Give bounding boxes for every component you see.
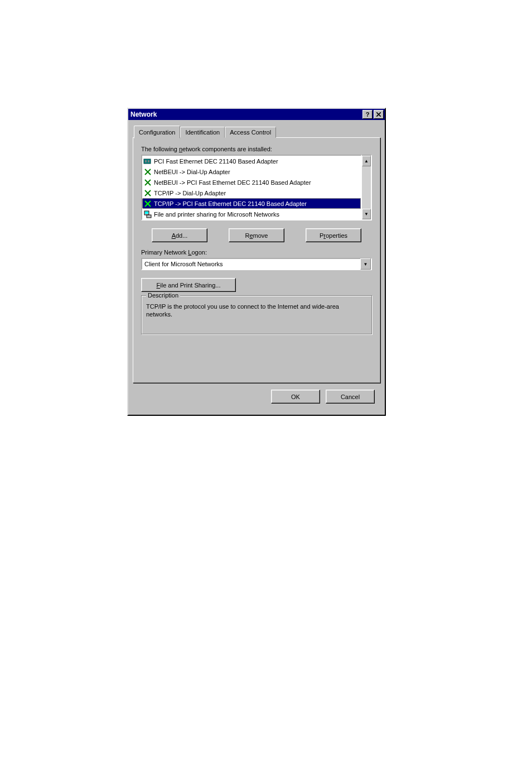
- dialog-body: Configuration Identification Access Cont…: [128, 120, 385, 415]
- service-icon: [143, 210, 152, 219]
- file-print-sharing-button[interactable]: File and Print Sharing...: [141, 278, 236, 292]
- adapter-icon: [143, 157, 152, 166]
- components-label: The following network components are ins…: [141, 146, 372, 152]
- svg-rect-4: [145, 212, 148, 214]
- svg-rect-2: [148, 160, 149, 162]
- svg-rect-0: [144, 159, 151, 164]
- description-group: Description TCP/IP is the protocol you u…: [141, 295, 372, 334]
- dialog-footer: OK Cancel: [133, 383, 380, 410]
- list-item[interactable]: NetBEUI -> Dial-Up Adapter: [142, 166, 361, 177]
- properties-button[interactable]: Properties: [306, 228, 361, 242]
- primary-logon-select[interactable]: Client for Microsoft Networks ▼: [141, 258, 372, 270]
- network-dialog: Network ? Configuration Identification A…: [127, 108, 386, 416]
- components-listbox-wrap: PCI Fast Ethernet DEC 21140 Based Adapte…: [141, 155, 372, 220]
- list-item[interactable]: File and printer sharing for Microsoft N…: [142, 209, 361, 219]
- protocol-icon: [143, 167, 152, 176]
- list-item-label: NetBEUI -> Dial-Up Adapter: [154, 169, 230, 175]
- protocol-icon: [143, 178, 152, 187]
- primary-logon-label: Primary Network Logon:: [141, 249, 372, 256]
- components-listbox[interactable]: PCI Fast Ethernet DEC 21140 Based Adapte…: [141, 155, 362, 220]
- scroll-up-button[interactable]: ▲: [362, 156, 371, 166]
- add-button[interactable]: Add...: [152, 228, 207, 242]
- component-buttons-row: Add... Remove Properties: [141, 228, 372, 242]
- protocol-icon: [143, 189, 152, 198]
- help-button[interactable]: ?: [362, 110, 373, 119]
- tab-configuration[interactable]: Configuration: [134, 126, 180, 138]
- svg-rect-5: [147, 215, 151, 218]
- titlebar: Network ?: [128, 109, 385, 120]
- list-item-label: TCP/IP -> Dial-Up Adapter: [154, 190, 226, 196]
- close-icon: [376, 112, 381, 117]
- ok-button[interactable]: OK: [271, 390, 320, 404]
- tab-identification[interactable]: Identification: [180, 127, 225, 138]
- list-item-label: File and printer sharing for Microsoft N…: [154, 211, 279, 218]
- scroll-down-button[interactable]: ▼: [362, 209, 371, 219]
- list-item[interactable]: PCI Fast Ethernet DEC 21140 Based Adapte…: [142, 156, 361, 166]
- description-text: TCP/IP is the protocol you use to connec…: [146, 303, 367, 318]
- list-item-label: TCP/IP -> PCI Fast Ethernet DEC 21140 Ba…: [154, 200, 307, 207]
- close-button[interactable]: [374, 110, 384, 119]
- listbox-scrollbar[interactable]: ▲ ▼: [362, 155, 372, 220]
- dropdown-button[interactable]: ▼: [360, 258, 371, 270]
- scroll-track[interactable]: [362, 166, 371, 209]
- list-item[interactable]: TCP/IP -> Dial-Up Adapter: [142, 188, 361, 198]
- tabs: Configuration Identification Access Cont…: [134, 124, 380, 137]
- list-item-label: PCI Fast Ethernet DEC 21140 Based Adapte…: [154, 158, 278, 165]
- chevron-down-icon: ▼: [364, 262, 368, 267]
- primary-logon-value: Client for Microsoft Networks: [142, 261, 360, 267]
- dialog-title: Network: [130, 111, 361, 118]
- tab-access-control[interactable]: Access Control: [225, 127, 276, 138]
- svg-rect-1: [145, 160, 147, 162]
- cancel-button[interactable]: Cancel: [326, 390, 375, 404]
- description-legend: Description: [146, 292, 180, 299]
- tab-page-configuration: The following network components are ins…: [133, 137, 380, 383]
- list-item[interactable]: NetBEUI -> PCI Fast Ethernet DEC 21140 B…: [142, 177, 361, 188]
- list-item-label: NetBEUI -> PCI Fast Ethernet DEC 21140 B…: [154, 179, 311, 186]
- remove-button[interactable]: Remove: [229, 228, 284, 242]
- list-item-selected[interactable]: TCP/IP -> PCI Fast Ethernet DEC 21140 Ba…: [142, 198, 361, 209]
- protocol-icon: [143, 199, 152, 208]
